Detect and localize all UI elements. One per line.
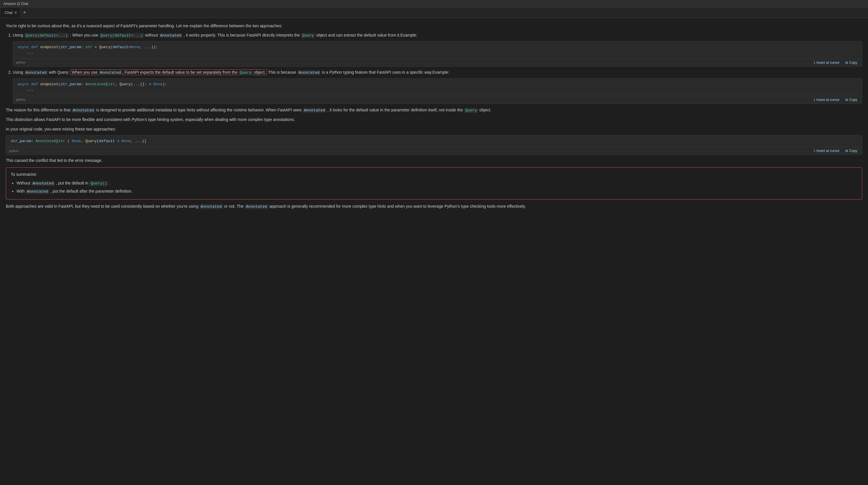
sum1-annotated: Annotated	[31, 181, 55, 186]
cb1-pm1: str_param	[61, 45, 81, 49]
summary-list: Without Annotated , put the default in Q…	[11, 180, 857, 194]
item2-rest: This is because	[268, 70, 297, 74]
item2-prefix: Using	[13, 70, 24, 74]
cb3-str: str	[58, 139, 65, 143]
cb2-indent	[18, 88, 27, 92]
chat-content: You're right to be curious about this, a…	[0, 18, 868, 485]
cb2-comma1: ,	[115, 82, 120, 86]
insert-cursor-label-3: Insert at cursor	[816, 149, 840, 153]
sum1-query: Query()	[89, 181, 108, 186]
cb2-kw-def: def	[31, 82, 40, 86]
cb2-bracket: [	[106, 82, 108, 86]
tab-chat[interactable]: Chat ×	[1, 7, 21, 18]
cb3-default: default	[99, 139, 115, 143]
para1-annotated2: Annotated	[303, 108, 326, 113]
cb1-qp: (	[111, 45, 113, 49]
summary-item-1: Without Annotated , put the default in Q…	[17, 180, 857, 187]
cb2-kw-async: async	[18, 82, 31, 86]
item2-highlighted: When you use Annotated, FastAPI expects …	[70, 69, 267, 75]
para3: In your original code, you were mixing t…	[6, 126, 862, 132]
copy-label-3: Copy	[849, 149, 857, 153]
item1-without: without	[145, 33, 159, 37]
copy-icon-2: ⧉	[845, 98, 848, 102]
copy-icon-1: ⧉	[845, 61, 848, 65]
code-block-3-lang: python	[9, 149, 19, 154]
cb3-comma: ,	[81, 139, 86, 143]
cb1-indent	[18, 51, 27, 55]
code-block-2-footer: python ⤵ Insert at cursor ⧉ Copy	[13, 96, 862, 103]
cb3-eq: =	[115, 139, 122, 143]
cb2-col: :	[81, 82, 86, 86]
para1-query: Query	[464, 108, 478, 113]
insert-cursor-button-3[interactable]: ⤵ Insert at cursor	[812, 148, 841, 153]
chat-prose: You're right to be curious about this, a…	[6, 23, 862, 210]
cb2-ellipsis: ...	[27, 88, 33, 92]
tab-close-icon[interactable]: ×	[14, 10, 17, 15]
insert-cursor-icon-2: ⤵	[813, 98, 815, 102]
cb2-pm: str_param	[61, 82, 81, 86]
closing-code2: Annotated	[245, 204, 268, 209]
title-bar: Amazon Q Chat	[0, 0, 868, 7]
explanation-list: Using Query(default=...) : When you use …	[6, 32, 862, 103]
cb2-annotated: Annotated	[86, 82, 106, 86]
tab-add-button[interactable]: +	[21, 7, 29, 18]
summary-box: To summarize: Without Annotated , put th…	[6, 168, 862, 200]
item2-code2: Annotated	[298, 70, 321, 75]
cb1-col1: :	[81, 45, 86, 49]
summary-item-2: With Annotated , put the default after t…	[17, 188, 857, 195]
code-block-1-footer: python ⤵ Insert at cursor ⧉ Copy	[13, 59, 862, 66]
code-block-2-lang: python	[16, 97, 26, 102]
cb3-bracket: [	[56, 139, 58, 143]
item1-end: object and can extract the default value…	[316, 33, 417, 37]
cb3-none-val: None	[122, 139, 130, 143]
item1-code1: Query(default=...)	[24, 33, 69, 38]
code-block-1-body: async def endpoint(str_param: str = Quer…	[13, 41, 862, 59]
cb3-none-type: None	[72, 139, 81, 143]
item2-hl-code: Annotated	[99, 70, 122, 75]
list-item-2: Using Annotated with Query: When you use…	[13, 69, 862, 104]
code-block-2-actions: ⤵ Insert at cursor ⧉ Copy	[812, 97, 859, 102]
sum2-with: With	[17, 189, 26, 193]
copy-button-1[interactable]: ⧉ Copy	[844, 60, 859, 65]
sum2-annotated: Annotated	[26, 189, 49, 194]
sum2-end: , put the default after the parameter de…	[51, 189, 132, 193]
copy-label-1: Copy	[849, 61, 857, 65]
code-block-3-actions: ⤵ Insert at cursor ⧉ Copy	[812, 148, 859, 153]
copy-label-2: Copy	[849, 98, 857, 102]
insert-cursor-button-2[interactable]: ⤵ Insert at cursor	[812, 97, 841, 102]
cb2-close: ):	[162, 82, 167, 86]
title-label: Amazon Q Chat	[3, 2, 28, 6]
list-item-1: Using Query(default=...) : When you use …	[13, 32, 862, 67]
item1-prefix: Using	[13, 33, 24, 37]
insert-cursor-label-2: Insert at cursor	[816, 98, 840, 102]
insert-cursor-icon-1: ⤵	[813, 61, 815, 65]
code-block-3: str_param: Annotated[str | None, Query(d…	[6, 135, 862, 155]
copy-button-3[interactable]: ⧉ Copy	[844, 148, 859, 153]
tab-bar: Chat × +	[0, 7, 868, 18]
code-block-3-body: str_param: Annotated[str | None, Query(d…	[6, 135, 862, 147]
code-block-1-lang: python	[16, 60, 26, 65]
cb3-colon: :	[31, 139, 36, 143]
item2-end: is a Python typing feature that FastAPI …	[322, 70, 449, 74]
cb1-kw-async: async	[18, 45, 31, 49]
item2-hl-query: Query	[239, 70, 253, 75]
cb3-query: Query	[86, 139, 97, 143]
copy-icon-3: ⧉	[845, 149, 848, 153]
cb2-qargs: (...)]: =	[131, 82, 153, 86]
cb3-param: str_param	[11, 139, 31, 143]
code-block-2: async def endpoint(str_param: Annotated[…	[13, 78, 862, 104]
copy-button-2[interactable]: ⧉ Copy	[844, 97, 859, 102]
cb1-eq1: =	[92, 45, 99, 49]
insert-cursor-button-1[interactable]: ⤵ Insert at cursor	[812, 60, 841, 65]
cb1-none: None	[131, 45, 140, 49]
para2: This distinction allows FastAPI to be mo…	[6, 116, 862, 123]
sum1-dot: .	[109, 181, 111, 185]
tab-add-icon: +	[23, 9, 26, 16]
tab-chat-label: Chat	[5, 10, 12, 15]
code-block-1-actions: ⤵ Insert at cursor ⧉ Copy	[812, 60, 859, 65]
cb3-rest: , ...)]	[131, 139, 147, 143]
item1-sep: : When you use	[70, 33, 99, 37]
cb1-fn2: Query	[99, 45, 111, 49]
summary-title: To summarize:	[11, 171, 857, 178]
insert-cursor-icon-3: ⤵	[813, 149, 815, 153]
